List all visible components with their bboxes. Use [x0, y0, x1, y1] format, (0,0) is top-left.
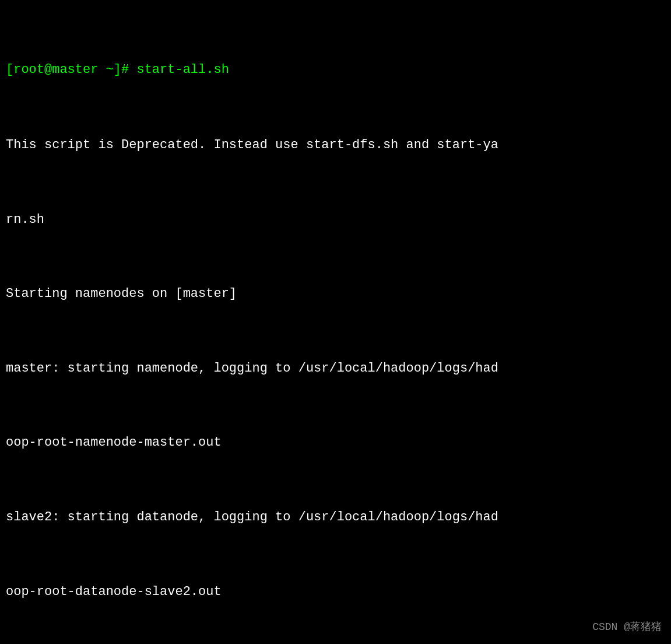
terminal-output: [root@master ~]# start-all.sh This scrip… — [6, 5, 665, 644]
line-slave2-datanode-2: oop-root-datanode-slave2.out — [6, 583, 665, 601]
line-master-namenode-1: master: starting namenode, logging to /u… — [6, 359, 665, 378]
line-deprecated-1: This script is Deprecated. Instead use s… — [6, 136, 665, 155]
line-deprecated-2: rn.sh — [6, 211, 665, 229]
terminal-window: [root@master ~]# start-all.sh This scrip… — [0, 0, 671, 644]
watermark: CSDN @蒋猪猪 — [592, 620, 662, 635]
line-master-namenode-2: oop-root-namenode-master.out — [6, 433, 665, 452]
line-command: [root@master ~]# start-all.sh — [6, 61, 665, 79]
line-starting-namenodes: Starting namenodes on [master] — [6, 285, 665, 303]
line-slave2-datanode-1: slave2: starting datanode, logging to /u… — [6, 508, 665, 527]
